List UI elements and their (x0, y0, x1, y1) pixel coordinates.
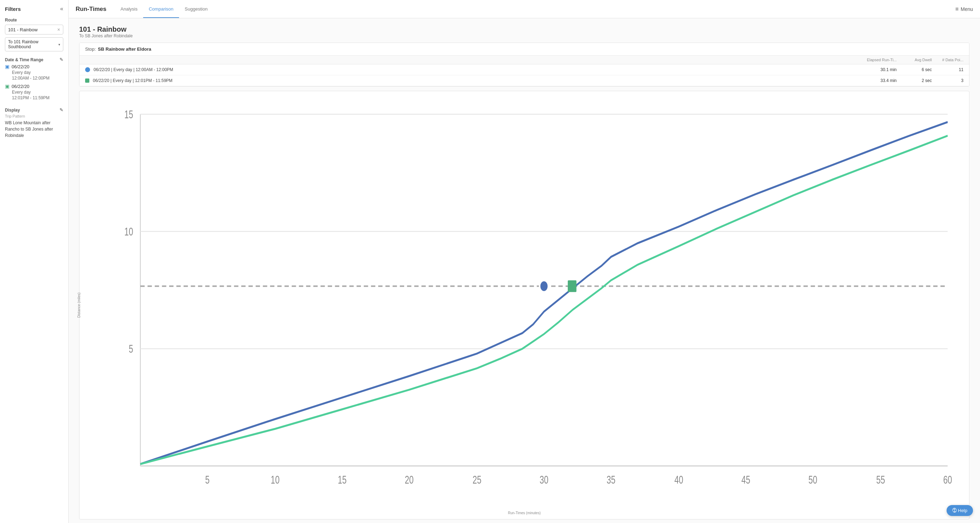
menu-label: Menu (961, 6, 973, 12)
tab-suggestion[interactable]: Suggestion (179, 1, 213, 18)
route-value: 101 - Rainbow (8, 27, 55, 32)
help-button[interactable]: ⓵ Help (947, 505, 973, 516)
chevron-down-icon: ▾ (58, 43, 60, 46)
svg-text:10: 10 (124, 226, 133, 238)
collapse-button[interactable]: « (60, 6, 63, 12)
route-info: 101 - Rainbow To SB Jones after Robindal… (79, 26, 969, 38)
chart-area: Distance (miles) .grid-line { stroke: #e… (79, 91, 969, 520)
menu-button[interactable]: ≡ Menu (955, 6, 973, 12)
y-axis-label: Distance (miles) (77, 292, 81, 318)
svg-text:5: 5 (129, 343, 133, 355)
display-value: WB Lone Mountain after Rancho to SB Jone… (5, 120, 63, 139)
svg-rect-22 (568, 280, 576, 292)
table-row[interactable]: 06/22/20 | Every day | 12:00AM - 12:00PM… (80, 64, 969, 75)
date-entry-1: ▣ 06/22/20 Every day 12:00AM - 12:00PM (5, 62, 63, 82)
row-datapts-2: 3 (932, 78, 964, 83)
svg-text:25: 25 (473, 474, 481, 486)
col-datapts-header: # Data Poi... (932, 58, 964, 62)
svg-text:5: 5 (205, 474, 210, 486)
col-elapsed-header: Elapsed Run-Ti... (851, 58, 897, 62)
sidebar: Filters « Route 101 - Rainbow × To 101 R… (0, 0, 68, 523)
row-dwell-1: 6 sec (897, 67, 932, 72)
stop-table: Stop: SB Rainbow after Eldora Elapsed Ru… (79, 43, 969, 86)
time-sub-1: 12:00AM - 12:00PM (5, 76, 63, 81)
stop-label: Stop: (85, 46, 95, 52)
datetime-edit-icon[interactable]: ✎ (59, 57, 63, 62)
svg-text:45: 45 (741, 474, 750, 486)
content-area: 101 - Rainbow To SB Jones after Robindal… (68, 18, 980, 523)
datetime-section: Date & Time Range ✎ ▣ 06/22/20 Every day… (5, 57, 63, 102)
top-bar: Run-Times Analysis Comparison Suggestion… (68, 0, 980, 18)
x-axis-label: Run-Times (minutes) (508, 511, 541, 515)
tab-analysis[interactable]: Analysis (115, 1, 143, 18)
row-indicator-green (85, 78, 89, 83)
svg-text:50: 50 (808, 474, 817, 486)
svg-text:35: 35 (607, 474, 616, 486)
calendar-icon-2: ▣ (5, 83, 10, 89)
row-elapsed-1: 30.1 min (851, 67, 897, 72)
route-section: Route 101 - Rainbow × To 101 Rainbow Sou… (5, 18, 63, 51)
svg-text:15: 15 (338, 474, 347, 486)
row-text-1: 06/22/20 | Every day | 12:00AM - 12:00PM (94, 67, 851, 72)
date-val-1: 06/22/20 (12, 64, 30, 69)
display-section: Display ✎ Trip Pattern WB Lone Mountain … (5, 107, 63, 139)
svg-text:10: 10 (271, 474, 280, 486)
row-indicator-blue (85, 67, 90, 72)
svg-text:40: 40 (675, 474, 683, 486)
date-val-2: 06/22/20 (12, 84, 30, 89)
hamburger-icon: ≡ (955, 6, 959, 12)
display-sublabel: Trip Pattern (5, 114, 63, 118)
svg-text:15: 15 (124, 108, 133, 120)
row-datapts-1: 11 (932, 67, 964, 72)
direction-value: To 101 Rainbow Southbound (8, 40, 56, 49)
calendar-icon-1: ▣ (5, 64, 10, 69)
stop-header: Stop: SB Rainbow after Eldora (80, 43, 969, 56)
chart-route-subheading: To SB Jones after Robindale (79, 33, 969, 38)
route-label: Route (5, 18, 63, 22)
row-elapsed-2: 33.4 min (851, 78, 897, 83)
svg-text:20: 20 (405, 474, 414, 486)
svg-point-21 (539, 280, 548, 292)
svg-text:30: 30 (539, 474, 548, 486)
day-sub-2: Every day (5, 90, 63, 95)
direction-select[interactable]: To 101 Rainbow Southbound ▾ (5, 37, 63, 51)
tab-comparison[interactable]: Comparison (143, 1, 179, 18)
route-clear-button[interactable]: × (57, 27, 60, 32)
chart-svg: .grid-line { stroke: #e8e8e8; stroke-wid… (97, 95, 962, 505)
chart-route-heading: 101 - Rainbow (79, 26, 969, 33)
main-area: Run-Times Analysis Comparison Suggestion… (68, 0, 980, 523)
col-dwell-header: Avg Dwell (897, 58, 932, 62)
stop-name: SB Rainbow after Eldora (98, 46, 151, 52)
datetime-label: Date & Time Range ✎ (5, 57, 63, 62)
sidebar-title: Filters (5, 6, 21, 12)
table-header: Elapsed Run-Ti... Avg Dwell # Data Poi..… (80, 56, 969, 64)
row-text-2: 06/22/20 | Every day | 12:01PM - 11:59PM (93, 78, 851, 83)
svg-text:60: 60 (943, 474, 952, 486)
tab-bar: Analysis Comparison Suggestion (115, 0, 213, 18)
display-edit-icon[interactable]: ✎ (59, 107, 63, 113)
date-entry-2: ▣ 06/22/20 Every day 12:01PM - 11:59PM (5, 82, 63, 102)
sidebar-header: Filters « (5, 6, 63, 12)
svg-text:55: 55 (876, 474, 885, 486)
page-title: Run-Times (76, 6, 107, 13)
route-input[interactable]: 101 - Rainbow × (5, 25, 63, 35)
time-sub-2: 12:01PM - 11:59PM (5, 96, 63, 100)
table-row[interactable]: 06/22/20 | Every day | 12:01PM - 11:59PM… (80, 75, 969, 86)
day-sub-1: Every day (5, 70, 63, 75)
row-dwell-2: 2 sec (897, 78, 932, 83)
